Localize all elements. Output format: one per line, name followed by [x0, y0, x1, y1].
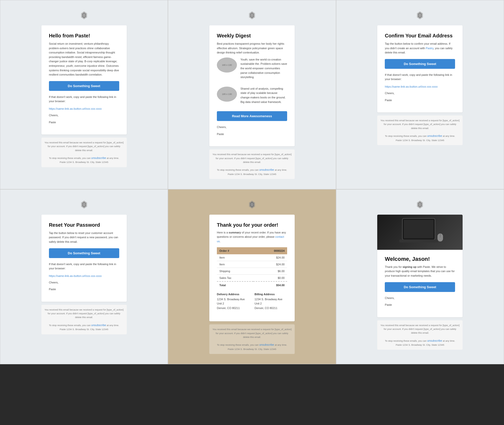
link-label: If that doesn't work, copy and paste the…: [385, 73, 455, 82]
order-sales-tax: Sales Tax $0.00: [217, 274, 287, 281]
do-something-sweet-button[interactable]: Do Something Sweet: [49, 81, 119, 91]
do-something-sweet-button-2[interactable]: Do Something Sweet: [385, 59, 455, 69]
order-table: Order # 0000224 Item $24.00 Item $24.00 …: [217, 247, 287, 289]
digest-item-2: 165 x 130 Shared unit of analysis, compe…: [217, 87, 287, 107]
link-label: If that doesn't work, copy and paste the…: [49, 262, 119, 271]
email-body: Tap the button below to confirm your ema…: [385, 42, 455, 55]
paste-logo-5: [247, 200, 257, 210]
order-item-1: Item $24.00: [217, 254, 287, 261]
email-card-hello: Hello from Paste! Social return on inves…: [41, 25, 127, 135]
email-title: Welcome, Jason!: [385, 256, 455, 262]
panel-confirm-email: Confirm Your Email Address Tap the butto…: [336, 0, 504, 189]
email-title: Weekly Digest: [217, 33, 287, 39]
panel-weekly-digest: Weekly Digest Best practices transparent…: [168, 0, 336, 189]
order-card: Thank you for your order! Here is a summ…: [209, 215, 295, 322]
digest-image-2: 165 x 130: [217, 87, 237, 102]
svg-rect-20: [399, 239, 438, 242]
order-number-label: Order #: [217, 247, 253, 254]
paste-logo-3: [415, 10, 425, 20]
svg-rect-19: [404, 220, 433, 238]
laptop-svg: [395, 216, 445, 249]
unsubscribe-link[interactable]: unsubscribe: [259, 343, 274, 346]
digest-text-2: Shared unit of analysis, compelling stat…: [240, 87, 287, 104]
footer-note: You received this email because we recei…: [377, 320, 463, 350]
email-body: Social return on investment; venture phi…: [49, 42, 119, 77]
unsubscribe-link[interactable]: unsubscribe: [91, 156, 106, 159]
email-card-reset: Reset Your Password Tap the button below…: [41, 215, 127, 302]
footer-note: You received this email because we recei…: [209, 149, 295, 179]
billing-address: Billing Address 1234 S. Broadway Ave Uni…: [255, 293, 287, 314]
fallback-link[interactable]: https://same-link-as-button.url/xxx-xxx-…: [385, 85, 437, 88]
unsubscribe-link[interactable]: unsubscribe: [427, 134, 442, 137]
email-card-digest: Weekly Digest Best practices transparent…: [209, 25, 295, 146]
unsubscribe-link[interactable]: unsubscribe: [427, 339, 442, 342]
cheers-block: Cheers, Paste: [49, 280, 119, 292]
order-number-value: 0000224: [253, 247, 287, 254]
email-body: Best practices transparent progress her …: [217, 42, 287, 55]
order-intro: Here is a summary of your recent order. …: [217, 230, 287, 244]
unsubscribe-link[interactable]: unsubscribe: [259, 168, 274, 171]
panel-hello-paste: Hello from Paste! Social return on inves…: [0, 0, 168, 189]
order-shipping: Shipping $6.00: [217, 268, 287, 274]
panel-reset-password: Reset Your Password Tap the button below…: [0, 189, 168, 364]
cheers-block: Cheers, Paste: [385, 296, 455, 307]
paste-logo-4: [79, 200, 89, 210]
cheers-block: Cheers, Paste: [385, 91, 455, 102]
order-item-2: Item $24.00: [217, 261, 287, 268]
cheers-block: Cheers, Paste: [49, 113, 119, 125]
digest-item-1: 165 x 130 Youth; save the world co-creat…: [217, 57, 287, 82]
email-title: Reset Your Password: [49, 222, 119, 228]
link-label: If that doesn't work, copy and paste the…: [49, 95, 119, 104]
email-title: Confirm Your Email Address: [385, 33, 455, 39]
pastry-link[interactable]: Pastry: [426, 47, 433, 50]
email-card-confirm: Confirm Your Email Address Tap the butto…: [377, 25, 463, 112]
paste-logo-6: [415, 200, 425, 210]
address-section: Delivery Address 1234 S. Broadway Ave Un…: [217, 293, 287, 314]
do-something-sweet-button-4[interactable]: Do Something Sweet: [385, 282, 455, 292]
unsubscribe-link[interactable]: unsubscribe: [91, 324, 106, 327]
footer-note: You received this email because we recei…: [41, 305, 127, 334]
contact-us-link[interactable]: contact us: [217, 235, 284, 243]
footer-note: You received this email because we recei…: [377, 115, 463, 145]
email-title: Hello from Paste!: [49, 33, 119, 39]
digest-image-1: 165 x 130: [217, 57, 237, 73]
fallback-link[interactable]: https://same-link-as-button.url/xxx-xxx-…: [49, 274, 102, 277]
panel-welcome-jason: Welcome, Jason! Thank you for signing up…: [336, 189, 504, 364]
hero-image: [377, 215, 463, 250]
cheers-block: Cheers, Paste: [217, 125, 287, 136]
card-body: Welcome, Jason! Thank you for signing up…: [377, 250, 463, 317]
digest-text-1: Youth; save the world co-creation sustai…: [240, 57, 287, 80]
email-title: Thank you for your order!: [217, 222, 287, 228]
fallback-link[interactable]: https://same-link-as-button.url/xxx-xxx-…: [49, 107, 102, 110]
paste-logo-2: [247, 10, 257, 20]
do-something-sweet-button-3[interactable]: Do Something Sweet: [49, 248, 119, 258]
welcome-card: Welcome, Jason! Thank you for signing up…: [377, 215, 463, 317]
email-body: Thank you for signing up with Paste. We …: [385, 265, 455, 278]
order-total: Total $54.00: [217, 281, 287, 289]
read-more-button[interactable]: Read More Awesomeness: [217, 111, 287, 121]
delivery-address: Delivery Address 1234 S. Broadway Ave Un…: [217, 293, 249, 314]
panel-thank-you-order: Thank you for your order! Here is a summ…: [168, 189, 336, 364]
paste-logo: [79, 10, 89, 20]
footer-note: You received this email because we recei…: [41, 138, 127, 167]
email-body: Tap the button below to reset your custo…: [49, 231, 119, 244]
footer-note: You received this email because we recei…: [209, 324, 295, 354]
